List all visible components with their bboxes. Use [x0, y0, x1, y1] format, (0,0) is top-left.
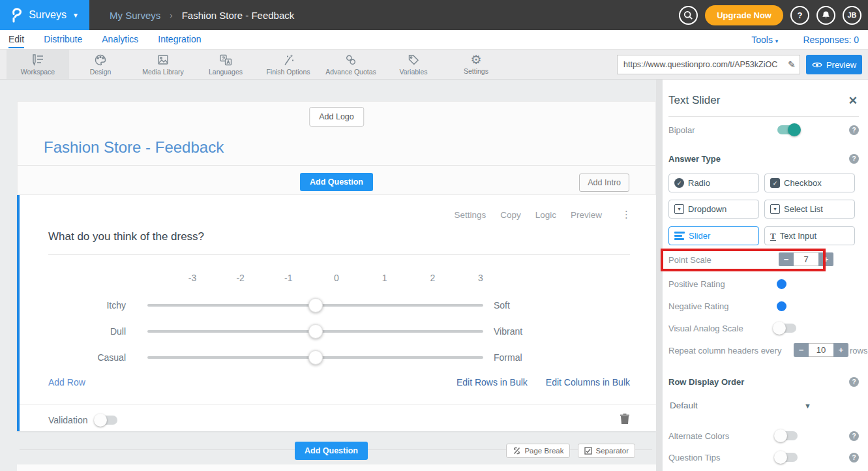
- answer-type-select-list[interactable]: ▾ Select List: [764, 200, 855, 219]
- edit-rows-in-bulk-link[interactable]: Edit Rows in Bulk: [456, 377, 528, 387]
- scroll-gutter[interactable]: [656, 80, 663, 471]
- answer-type-dropdown[interactable]: ▾ Dropdown: [668, 200, 759, 219]
- separator-icon: [584, 447, 592, 455]
- workspace-icon: [30, 53, 46, 67]
- panel-title: Text Slider: [668, 94, 720, 107]
- add-question-button-top[interactable]: Add Question: [300, 173, 373, 191]
- row-right-label: Vibrant: [483, 326, 522, 337]
- slider-track[interactable]: [147, 304, 483, 307]
- preview-button[interactable]: Preview: [806, 55, 862, 74]
- slider-track[interactable]: [147, 356, 483, 359]
- repeat-headers-input[interactable]: [809, 343, 833, 357]
- survey-canvas: Add Logo Fashion Store - Feedback Add Qu…: [0, 80, 663, 471]
- eye-icon: [812, 61, 822, 68]
- delete-question-button[interactable]: [620, 413, 630, 427]
- scale-label: 0: [323, 273, 350, 283]
- surveys-product-menu[interactable]: Surveys ▼: [0, 0, 89, 30]
- tab-analytics[interactable]: Analytics: [102, 31, 138, 48]
- survey-header-card: Add Logo Fashion Store - Feedback Add Qu…: [17, 101, 656, 195]
- survey-title[interactable]: Fashion Store - Feedback: [44, 138, 224, 157]
- point-scale-input[interactable]: [794, 252, 818, 266]
- toolbar-item-workspace[interactable]: Workspace: [7, 50, 69, 79]
- toolbar-item-variables[interactable]: Variables: [382, 50, 445, 79]
- add-question-button-bottom[interactable]: Add Question: [295, 442, 368, 460]
- tab-edit[interactable]: Edit: [8, 31, 24, 48]
- answer-type-checkbox[interactable]: ✓ Checkbox: [764, 174, 855, 192]
- slider-row-casual-formal: Casual Formal: [20, 344, 656, 371]
- question-tips-toggle[interactable]: [775, 453, 798, 462]
- close-icon[interactable]: ✕: [848, 94, 858, 108]
- slider-handle[interactable]: [308, 350, 323, 365]
- avatar[interactable]: JB: [843, 6, 861, 25]
- search-button[interactable]: [679, 6, 698, 25]
- row-display-order-select[interactable]: Default ▼: [668, 401, 822, 410]
- toolbar-item-languages[interactable]: Languages: [194, 50, 257, 79]
- tab-integration[interactable]: Integration: [158, 31, 201, 48]
- row-left-label: Casual: [20, 352, 147, 363]
- chevron-down-icon: ▼: [72, 12, 79, 19]
- more-options-icon[interactable]: ⋮: [616, 209, 631, 220]
- help-icon[interactable]: ?: [849, 125, 859, 135]
- bipolar-toggle[interactable]: [777, 125, 800, 134]
- help-button[interactable]: ?: [790, 6, 809, 25]
- help-icon[interactable]: ?: [849, 431, 859, 441]
- tab-distribute[interactable]: Distribute: [44, 31, 82, 48]
- slider-handle[interactable]: [308, 298, 323, 312]
- slider-handle[interactable]: [308, 324, 323, 339]
- page-break-button[interactable]: Page Break: [506, 444, 570, 458]
- question-text-underline: [48, 254, 630, 255]
- notifications-button[interactable]: [816, 6, 835, 25]
- slider-row-dull-vibrant: Dull Vibrant: [20, 318, 656, 344]
- alternate-colors-toggle[interactable]: [775, 431, 798, 440]
- question-settings-link[interactable]: Settings: [454, 210, 486, 220]
- question-copy-link[interactable]: Copy: [500, 210, 521, 220]
- edit-url-icon[interactable]: ✎: [785, 59, 796, 70]
- add-row-link[interactable]: Add Row: [48, 377, 85, 387]
- toolbar-item-settings[interactable]: ⚙ Settings: [445, 50, 507, 79]
- answer-type-text-input[interactable]: T Text Input: [764, 226, 855, 245]
- toolbar-item-finish-options[interactable]: Finish Options: [257, 50, 320, 79]
- add-intro-button[interactable]: Add Intro: [579, 174, 629, 192]
- visual-analog-scale-toggle[interactable]: [774, 324, 796, 333]
- slider-row-itchy-soft: Itchy Soft: [20, 292, 656, 318]
- answer-type-label: Answer Type: [668, 154, 721, 164]
- breadcrumb: My Surveys › Fashion Store - Feedback: [110, 0, 294, 30]
- help-icon[interactable]: ?: [849, 154, 859, 164]
- toolbar-item-media-library[interactable]: Media Library: [132, 50, 194, 79]
- repeat-headers-increase-button[interactable]: +: [833, 343, 848, 357]
- upgrade-now-button[interactable]: Upgrade Now: [705, 5, 783, 25]
- validation-toggle[interactable]: [95, 416, 117, 425]
- negative-rating-color-swatch[interactable]: [777, 301, 786, 311]
- positive-rating-color-swatch[interactable]: [777, 279, 786, 289]
- breadcrumb-my-surveys[interactable]: My Surveys: [110, 10, 160, 21]
- edit-columns-in-bulk-link[interactable]: Edit Columns in Bulk: [546, 377, 630, 387]
- tools-menu[interactable]: Tools ▾: [751, 35, 778, 45]
- image-icon: [156, 53, 170, 67]
- slider-track[interactable]: [147, 330, 483, 333]
- point-scale-increase-button[interactable]: +: [818, 252, 833, 266]
- page-break-icon: [513, 447, 521, 455]
- questionpro-logo-icon: [10, 7, 23, 23]
- toolbar-item-advance-quotas[interactable]: Advance Quotas: [320, 50, 382, 79]
- trash-icon: [620, 413, 630, 425]
- row-right-label: Formal: [483, 352, 522, 363]
- scale-label: 3: [468, 273, 494, 283]
- toolbar-item-design[interactable]: Design: [69, 50, 132, 79]
- share-url-input[interactable]: [623, 60, 785, 69]
- answer-type-radio[interactable]: ✓ Radio: [668, 174, 759, 192]
- help-icon[interactable]: ?: [849, 377, 859, 387]
- question-logic-link[interactable]: Logic: [535, 210, 556, 220]
- search-icon: [683, 10, 693, 20]
- translate-icon: [218, 53, 233, 67]
- repeat-headers-label: Repeat column headers every: [668, 346, 781, 356]
- question-preview-link[interactable]: Preview: [571, 210, 602, 220]
- separator-button[interactable]: Separator: [578, 444, 635, 458]
- point-scale-decrease-button[interactable]: −: [779, 252, 794, 266]
- help-icon[interactable]: ?: [849, 453, 859, 463]
- question-text[interactable]: What do you think of the dress?: [48, 230, 204, 243]
- repeat-headers-decrease-button[interactable]: −: [794, 343, 809, 357]
- answer-type-slider[interactable]: Slider: [668, 226, 759, 245]
- point-scale-stepper: − +: [779, 252, 833, 266]
- responses-count[interactable]: Responses: 0: [803, 35, 859, 45]
- add-logo-button[interactable]: Add Logo: [309, 107, 364, 127]
